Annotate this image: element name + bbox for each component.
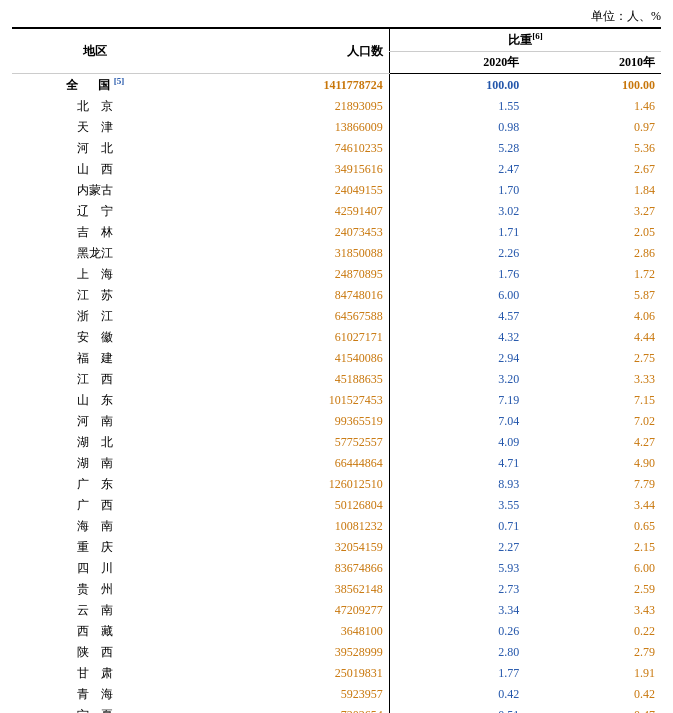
cell-region: 贵 州 xyxy=(12,579,178,600)
cell-population: 1411778724 xyxy=(178,74,389,97)
cell-ratio-2020: 2.27 xyxy=(389,537,525,558)
cell-population: 25019831 xyxy=(178,663,389,684)
cell-region: 江 苏 xyxy=(12,285,178,306)
cell-ratio-2020: 2.26 xyxy=(389,243,525,264)
cell-ratio-2020: 7.04 xyxy=(389,411,525,432)
cell-region: 全 国[5] xyxy=(12,74,178,97)
cell-region: 江 西 xyxy=(12,369,178,390)
table-row: 甘 肃250198311.771.91 xyxy=(12,663,661,684)
cell-population: 42591407 xyxy=(178,201,389,222)
cell-ratio-2020: 1.71 xyxy=(389,222,525,243)
table-row: 浙 江645675884.574.06 xyxy=(12,306,661,327)
cell-region: 西 藏 xyxy=(12,621,178,642)
cell-ratio-2020: 1.76 xyxy=(389,264,525,285)
cell-population: 41540086 xyxy=(178,348,389,369)
header-ratio-group: 比重[6] xyxy=(389,28,661,52)
cell-ratio-2020: 0.42 xyxy=(389,684,525,705)
cell-region: 海 南 xyxy=(12,516,178,537)
table-row: 湖 北577525574.094.27 xyxy=(12,432,661,453)
cell-population: 31850088 xyxy=(178,243,389,264)
cell-ratio-2010: 5.87 xyxy=(525,285,661,306)
cell-ratio-2020: 4.09 xyxy=(389,432,525,453)
cell-region: 安 徽 xyxy=(12,327,178,348)
cell-region: 重 庆 xyxy=(12,537,178,558)
cell-population: 24073453 xyxy=(178,222,389,243)
cell-ratio-2020: 3.20 xyxy=(389,369,525,390)
cell-region: 湖 北 xyxy=(12,432,178,453)
cell-population: 101527453 xyxy=(178,390,389,411)
table-row: 江 西451886353.203.33 xyxy=(12,369,661,390)
cell-region: 湖 南 xyxy=(12,453,178,474)
table-row: 辽 宁425914073.023.27 xyxy=(12,201,661,222)
cell-ratio-2010: 3.33 xyxy=(525,369,661,390)
cell-ratio-2010: 5.36 xyxy=(525,138,661,159)
cell-population: 126012510 xyxy=(178,474,389,495)
cell-ratio-2010: 6.00 xyxy=(525,558,661,579)
cell-ratio-2020: 0.51 xyxy=(389,705,525,713)
cell-ratio-2010: 0.97 xyxy=(525,117,661,138)
cell-population: 83674866 xyxy=(178,558,389,579)
cell-population: 74610235 xyxy=(178,138,389,159)
cell-ratio-2010: 0.47 xyxy=(525,705,661,713)
cell-population: 84748016 xyxy=(178,285,389,306)
cell-region: 山 东 xyxy=(12,390,178,411)
cell-ratio-2010: 3.43 xyxy=(525,600,661,621)
cell-region: 河 南 xyxy=(12,411,178,432)
cell-population: 39528999 xyxy=(178,642,389,663)
cell-ratio-2020: 3.34 xyxy=(389,600,525,621)
cell-population: 50126804 xyxy=(178,495,389,516)
cell-ratio-2010: 2.59 xyxy=(525,579,661,600)
table-row: 安 徽610271714.324.44 xyxy=(12,327,661,348)
cell-ratio-2010: 4.06 xyxy=(525,306,661,327)
table-row: 广 西501268043.553.44 xyxy=(12,495,661,516)
cell-ratio-2020: 0.71 xyxy=(389,516,525,537)
table-row: 内蒙古240491551.701.84 xyxy=(12,180,661,201)
cell-region: 黑龙江 xyxy=(12,243,178,264)
cell-ratio-2020: 8.93 xyxy=(389,474,525,495)
cell-region: 四 川 xyxy=(12,558,178,579)
cell-ratio-2020: 4.71 xyxy=(389,453,525,474)
table-row: 山 西349156162.472.67 xyxy=(12,159,661,180)
cell-ratio-2020: 3.02 xyxy=(389,201,525,222)
table-row: 全 国[5]1411778724100.00100.00 xyxy=(12,74,661,97)
cell-ratio-2010: 2.75 xyxy=(525,348,661,369)
cell-population: 66444864 xyxy=(178,453,389,474)
table-row: 黑龙江318500882.262.86 xyxy=(12,243,661,264)
table-row: 山 东1015274537.197.15 xyxy=(12,390,661,411)
cell-population: 24049155 xyxy=(178,180,389,201)
cell-population: 13866009 xyxy=(178,117,389,138)
cell-population: 61027171 xyxy=(178,327,389,348)
cell-region: 上 海 xyxy=(12,264,178,285)
cell-region: 广 东 xyxy=(12,474,178,495)
table-row: 北 京218930951.551.46 xyxy=(12,96,661,117)
cell-ratio-2020: 2.47 xyxy=(389,159,525,180)
cell-ratio-2020: 1.55 xyxy=(389,96,525,117)
cell-ratio-2020: 7.19 xyxy=(389,390,525,411)
cell-population: 38562148 xyxy=(178,579,389,600)
cell-population: 24870895 xyxy=(178,264,389,285)
cell-population: 45188635 xyxy=(178,369,389,390)
cell-ratio-2020: 1.77 xyxy=(389,663,525,684)
cell-region: 辽 宁 xyxy=(12,201,178,222)
cell-ratio-2020: 2.80 xyxy=(389,642,525,663)
header-year2020: 2020年 xyxy=(389,52,525,74)
table-row: 四 川836748665.936.00 xyxy=(12,558,661,579)
cell-population: 64567588 xyxy=(178,306,389,327)
cell-region: 甘 肃 xyxy=(12,663,178,684)
cell-region: 福 建 xyxy=(12,348,178,369)
table-row: 宁 夏72026540.510.47 xyxy=(12,705,661,713)
header-region: 地区 xyxy=(12,28,178,74)
cell-region: 山 西 xyxy=(12,159,178,180)
cell-ratio-2010: 0.22 xyxy=(525,621,661,642)
cell-ratio-2010: 1.84 xyxy=(525,180,661,201)
cell-population: 32054159 xyxy=(178,537,389,558)
cell-ratio-2010: 0.42 xyxy=(525,684,661,705)
cell-ratio-2010: 2.05 xyxy=(525,222,661,243)
table-row: 上 海248708951.761.72 xyxy=(12,264,661,285)
table-row: 吉 林240734531.712.05 xyxy=(12,222,661,243)
cell-population: 7202654 xyxy=(178,705,389,713)
cell-population: 5923957 xyxy=(178,684,389,705)
cell-ratio-2010: 2.86 xyxy=(525,243,661,264)
table-row: 陕 西395289992.802.79 xyxy=(12,642,661,663)
cell-ratio-2010: 3.27 xyxy=(525,201,661,222)
